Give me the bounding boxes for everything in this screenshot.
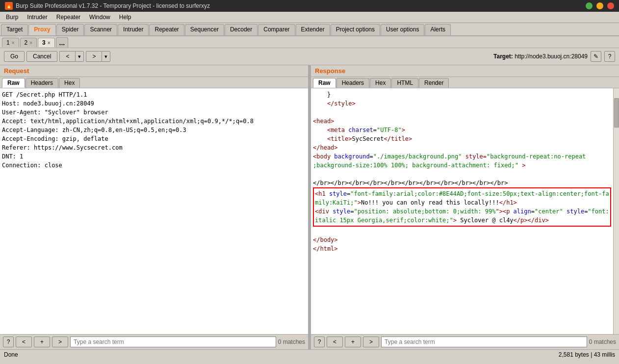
response-tab-render[interactable]: Render (419, 78, 449, 88)
close-button[interactable] (607, 2, 614, 9)
status-bar: Done 2,581 bytes | 43 millis (0, 349, 619, 359)
response-search-input[interactable] (381, 337, 587, 347)
main-split: Request Raw Headers Hex GET /Secret.php … (0, 65, 619, 349)
window-controls (586, 2, 614, 9)
help-button[interactable]: ? (604, 51, 615, 62)
response-search-help[interactable]: ? (314, 337, 325, 347)
main-tabs-bar: Target Proxy Spider Scanner Intruder Rep… (0, 23, 619, 36)
request-header: Request (0, 65, 308, 77)
title-bar: 🔥 Burp Suite Professional v1.7.32 - Temp… (0, 0, 619, 12)
response-content-area: } </style> <head> <meta charset="UTF-8">… (311, 88, 619, 334)
menu-bar: Burp Intruder Repeater Window Help (0, 12, 619, 23)
target-info: Target: http://node3.buuoj.cn:28049 ✎ ? (493, 51, 615, 62)
subtab-more[interactable]: ... (56, 37, 69, 48)
tab-alerts[interactable]: Alerts (425, 24, 451, 35)
response-pre: } </style> <head> <meta charset="UTF-8">… (313, 90, 611, 253)
status-right: 2,581 bytes | 43 millis (559, 351, 615, 358)
target-label: Target: http://node3.buuoj.cn:28049 (493, 53, 588, 60)
edit-target-button[interactable]: ✎ (591, 51, 601, 62)
nav-fwd-button[interactable]: > (86, 51, 102, 62)
tab-repeater[interactable]: Repeater (149, 24, 184, 35)
request-tab-hex[interactable]: Hex (59, 78, 80, 88)
tab-intruder[interactable]: Intruder (118, 24, 149, 35)
response-scrollbar[interactable] (613, 88, 619, 334)
response-tab-hex[interactable]: Hex (370, 78, 391, 88)
subtabs-bar: 1 × 2 × 3 × ... (0, 36, 619, 48)
nav-fwd-dropdown[interactable]: ▾ (102, 51, 110, 62)
request-search-prev[interactable]: < (16, 337, 32, 347)
menu-intruder[interactable]: Intruder (23, 13, 51, 22)
tab-extender[interactable]: Extender (296, 24, 330, 35)
nav-fwd-group: > ▾ (86, 51, 110, 62)
tab-proxy[interactable]: Proxy (28, 24, 55, 35)
app-icon: 🔥 (5, 2, 13, 10)
response-tab-raw[interactable]: Raw (313, 78, 336, 88)
cancel-button[interactable]: Cancel (26, 51, 57, 62)
response-header: Response (311, 65, 619, 77)
go-button[interactable]: Go (4, 51, 25, 62)
request-tab-raw[interactable]: Raw (2, 78, 25, 88)
response-text[interactable]: } </style> <head> <meta charset="UTF-8">… (311, 88, 613, 334)
target-url: http://node3.buuoj.cn:28049 (515, 53, 588, 60)
tab-user-options[interactable]: User options (381, 24, 424, 35)
subtab-2[interactable]: 2 × (20, 38, 37, 47)
response-search-next[interactable]: > (363, 337, 379, 347)
response-scrollbar-thumb[interactable] (614, 98, 619, 128)
nav-back-dropdown[interactable]: ▾ (75, 51, 84, 62)
request-search-input[interactable] (70, 337, 276, 347)
tab-comparer[interactable]: Comparer (258, 24, 295, 35)
request-pane: Request Raw Headers Hex GET /Secret.php … (0, 65, 309, 349)
response-tabs: Raw Headers Hex HTML Render (311, 77, 619, 88)
response-tab-headers[interactable]: Headers (336, 78, 369, 88)
response-search-bar: ? < + > 0 matches (311, 334, 619, 349)
request-search-next2[interactable]: > (52, 337, 68, 347)
response-search-add[interactable]: + (345, 337, 361, 347)
subtab-3-close[interactable]: × (48, 40, 51, 46)
request-tabs: Raw Headers Hex (0, 77, 308, 88)
menu-burp[interactable]: Burp (2, 13, 22, 22)
request-search-bar: ? < + > 0 matches (0, 334, 308, 349)
tab-sequencer[interactable]: Sequencer (185, 24, 224, 35)
tab-target[interactable]: Target (1, 24, 28, 35)
window-title: Burp Suite Professional v1.7.32 - Tempor… (16, 2, 210, 9)
subtab-3[interactable]: 3 × (38, 38, 55, 47)
request-content[interactable]: GET /Secret.php HTTP/1.1 Host: node3.buu… (0, 88, 308, 334)
tab-spider[interactable]: Spider (56, 24, 84, 35)
status-left: Done (4, 351, 18, 358)
request-search-next[interactable]: + (34, 337, 50, 347)
tab-scanner[interactable]: Scanner (84, 24, 117, 35)
maximize-button[interactable] (596, 2, 603, 9)
tab-project-options[interactable]: Project options (331, 24, 380, 35)
request-tab-headers[interactable]: Headers (26, 78, 58, 88)
toolbar: Go Cancel < ▾ > ▾ Target: http://node3.b… (0, 48, 619, 65)
response-tab-html[interactable]: HTML (391, 78, 418, 88)
menu-repeater[interactable]: Repeater (52, 13, 84, 22)
response-pane: Response Raw Headers Hex HTML Render } <… (311, 65, 619, 349)
subtab-2-close[interactable]: × (29, 40, 32, 46)
subtab-1-close[interactable]: × (12, 40, 15, 46)
request-text: GET /Secret.php HTTP/1.1 Host: node3.buu… (2, 90, 306, 170)
request-search-help[interactable]: ? (3, 337, 14, 347)
request-matches: 0 matches (278, 338, 305, 345)
subtab-1[interactable]: 1 × (2, 38, 19, 47)
nav-back-group: < ▾ (59, 51, 84, 62)
response-search-prev[interactable]: < (327, 337, 343, 347)
minimize-button[interactable] (586, 2, 593, 9)
tab-decoder[interactable]: Decoder (225, 24, 258, 35)
menu-window[interactable]: Window (85, 13, 114, 22)
menu-help[interactable]: Help (115, 13, 135, 22)
nav-back-button[interactable]: < (59, 51, 75, 62)
response-matches: 0 matches (589, 338, 616, 345)
